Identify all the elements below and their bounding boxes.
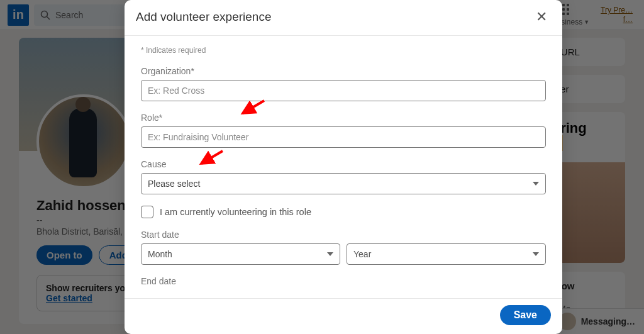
current-checkbox[interactable] (141, 206, 153, 218)
modal-footer: Save (125, 298, 562, 334)
start-year-select[interactable]: Year (347, 243, 546, 265)
role-label: Role* (141, 113, 546, 123)
role-input[interactable] (141, 126, 546, 148)
modal-header: Add volunteer experience ✕ (125, 0, 562, 36)
current-label: I am currently volunteering in this role (160, 207, 311, 217)
org-label: Organization* (141, 66, 546, 76)
modal-title: Add volunteer experience (136, 10, 271, 24)
add-volunteer-modal: Add volunteer experience ✕ * Indicates r… (125, 0, 562, 334)
start-month-value: Month (148, 249, 172, 259)
close-icon[interactable]: ✕ (532, 8, 551, 26)
cause-selected: Please select (148, 179, 200, 189)
end-date-label: End date (141, 276, 546, 286)
save-button[interactable]: Save (500, 305, 551, 325)
cause-label: Cause (141, 159, 546, 169)
start-date-label: Start date (141, 230, 546, 240)
chevron-down-icon (327, 252, 333, 256)
organization-input[interactable] (141, 80, 546, 101)
start-month-select[interactable]: Month (141, 243, 340, 265)
required-note: * Indicates required (141, 46, 546, 55)
modal-body[interactable]: * Indicates required Organization* Role*… (125, 36, 562, 298)
chevron-down-icon (533, 252, 539, 256)
start-year-value: Year (353, 249, 371, 259)
chevron-down-icon (533, 182, 539, 186)
cause-select[interactable]: Please select (141, 173, 546, 194)
